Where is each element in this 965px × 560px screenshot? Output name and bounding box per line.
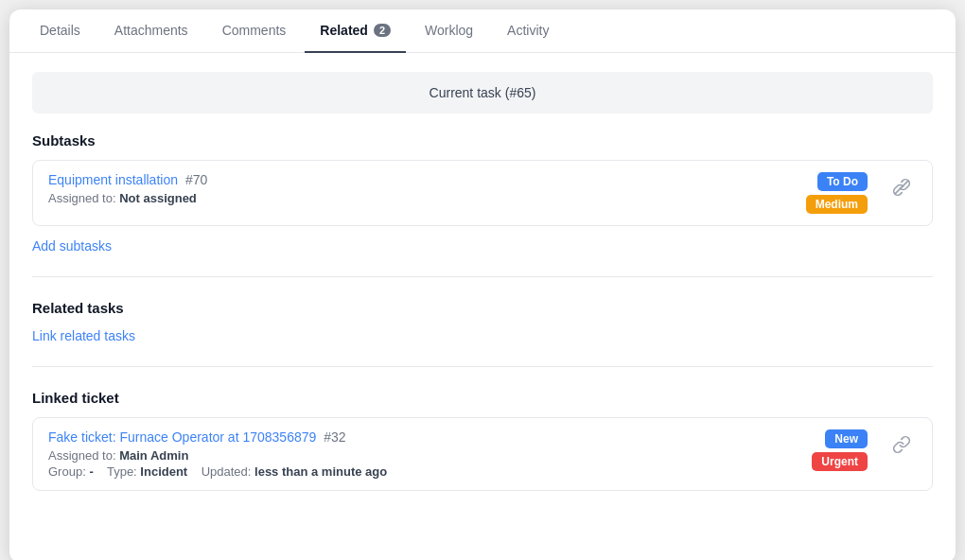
linked-ticket-badges-0: New Urgent (812, 429, 868, 471)
tab-comments-label: Comments (222, 23, 287, 38)
linked-ticket-actions-0 (879, 429, 917, 460)
tab-comments[interactable]: Comments (207, 9, 302, 53)
subtask-card-0: Equipment installation #70 Assigned to: … (32, 160, 933, 226)
linked-ticket-card-0: Fake ticket: Furnace Operator at 1708356… (32, 417, 933, 491)
current-task-label: Current task (#65) (430, 85, 536, 100)
subtask-unlink-icon-0[interactable] (886, 172, 917, 202)
linked-ticket-id-0: #32 (324, 429, 345, 445)
linked-ticket-title-0[interactable]: Fake ticket: Furnace Operator at 1708356… (48, 429, 316, 445)
subtask-assigned-0: Assigned to: Not assigned (48, 191, 795, 205)
related-tasks-heading: Related tasks (32, 300, 933, 316)
linked-ticket-priority-badge-0: Urgent (812, 452, 868, 471)
linked-ticket-heading: Linked ticket (32, 390, 933, 406)
tab-attachments-label: Attachments (114, 23, 188, 38)
subtask-id-0: #70 (185, 172, 207, 187)
content-area: Current task (#65) Subtasks Equipment in… (9, 53, 956, 560)
subtask-actions-0 (879, 172, 917, 202)
linked-ticket-status-badge-0: New (825, 429, 868, 448)
subtask-title-0[interactable]: Equipment installation (48, 172, 178, 187)
subtask-status-badge-0: To Do (817, 172, 868, 191)
linked-ticket-extra-0: Group: - Type: Incident Updated: less th… (48, 464, 800, 479)
linked-ticket-unlink-icon-0[interactable] (886, 429, 917, 460)
svg-line-0 (895, 181, 907, 193)
tab-bar: DetailsAttachmentsCommentsRelated2Worklo… (9, 9, 956, 53)
linked-ticket-section: Linked ticket Fake ticket: Furnace Opera… (32, 390, 933, 521)
tab-activity-label: Activity (507, 23, 549, 38)
related-tasks-section: Related tasks Link related tasks (32, 300, 933, 367)
link-related-tasks-link[interactable]: Link related tasks (32, 328, 135, 343)
subtask-info-0: Equipment installation #70 Assigned to: … (48, 172, 795, 205)
linked-ticket-info-0: Fake ticket: Furnace Operator at 1708356… (48, 429, 800, 479)
tab-attachments[interactable]: Attachments (99, 9, 203, 53)
add-subtasks-link[interactable]: Add subtasks (32, 238, 112, 254)
tab-details-label: Details (40, 23, 80, 38)
tab-activity[interactable]: Activity (492, 9, 564, 53)
tab-details[interactable]: Details (25, 9, 96, 53)
linked-ticket-assigned-0: Assigned to: Main Admin (48, 448, 800, 463)
subtasks-heading: Subtasks (32, 132, 933, 149)
subtask-priority-badge-0: Medium (806, 195, 868, 214)
current-task-bar: Current task (#65) (32, 72, 933, 114)
tab-related-label: Related (320, 23, 368, 38)
tab-worklog-label: Worklog (425, 23, 473, 38)
tab-related-badge: 2 (374, 24, 391, 37)
main-window: DetailsAttachmentsCommentsRelated2Worklo… (9, 9, 956, 560)
tab-related[interactable]: Related2 (305, 9, 406, 53)
subtasks-section: Subtasks Equipment installation #70 Assi… (32, 132, 933, 277)
subtask-badges-0: To Do Medium (806, 172, 868, 214)
tab-worklog[interactable]: Worklog (410, 9, 488, 53)
